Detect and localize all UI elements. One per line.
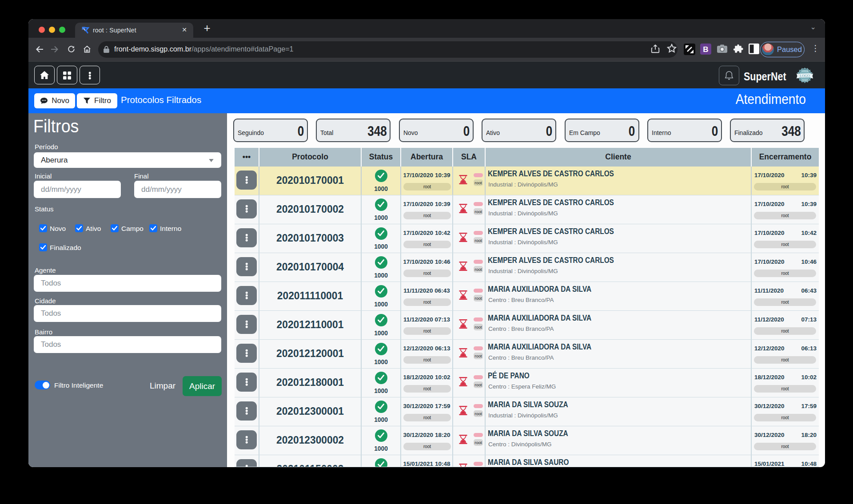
svg-text:LOGO: LOGO	[800, 74, 810, 78]
svg-text:HERE: HERE	[801, 79, 808, 82]
svg-text:B: B	[703, 45, 708, 54]
svg-text:YOUR: YOUR	[801, 70, 808, 72]
